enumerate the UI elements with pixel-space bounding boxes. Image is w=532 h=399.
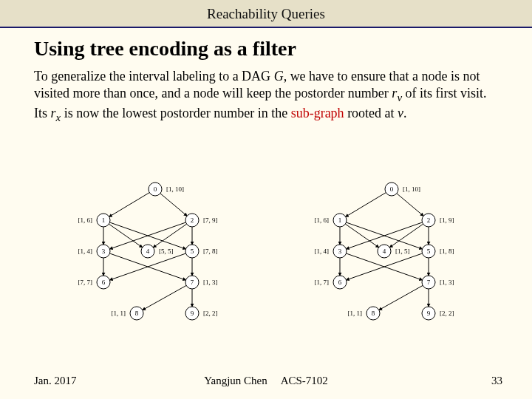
graph-node-interval: [1, 7] (315, 279, 330, 286)
graph-edge (109, 193, 150, 217)
body-text: rooted at (344, 106, 398, 120)
slide-title: Using tree encoding as a filter (34, 37, 532, 61)
graph-node-interval: [7, 8] (203, 248, 218, 255)
graph-node-id: 3 (102, 248, 106, 255)
graph-node-interval: [7, 7] (78, 279, 93, 286)
body-var: r (51, 106, 56, 120)
graph-edge (160, 194, 187, 216)
graph-edge (379, 285, 423, 310)
graph-node-id: 1 (338, 216, 342, 224)
diagram-area: 0[1, 10]1[1, 6]2[7, 9]3[1, 4]4[5, 5]5[7,… (0, 176, 532, 346)
graph-node-id: 2 (427, 216, 431, 224)
dag-right: 0[1, 10]1[1, 6]2[1, 9]3[1, 4]4[1, 5]5[1,… (273, 176, 495, 331)
graph-node-interval: [1, 1] (348, 310, 363, 317)
graph-node-interval: [1, 10] (166, 185, 184, 193)
graph-node-id: 2 (191, 216, 194, 224)
graph-node-id: 9 (191, 310, 194, 317)
graph-node-interval: [1, 3] (203, 279, 218, 286)
graph-node-id: 1 (102, 216, 106, 224)
graph-node-id: 0 (390, 185, 394, 193)
slide-header: Reachability Queries (0, 0, 532, 28)
graph-node-interval: [1, 3] (440, 279, 454, 286)
footer-course: ACS-7102 (281, 375, 328, 386)
header-title: Reachability Queries (207, 6, 325, 21)
graph-edge (345, 224, 378, 248)
graph-node-interval: [2, 2] (440, 310, 454, 317)
graph-node-id: 5 (191, 248, 194, 255)
graph-node-interval: [1, 6] (78, 216, 93, 224)
body-text: . (403, 106, 407, 120)
graph-node-interval: [2, 2] (203, 310, 218, 317)
slide-footer: Jan. 2017 Yangjun Chen ACS-7102 33 (0, 375, 532, 387)
graph-node-id: 7 (427, 279, 431, 286)
graph-node-id: 8 (135, 310, 139, 317)
graph-node-id: 7 (191, 279, 194, 286)
graph-node-id: 6 (102, 279, 106, 286)
graph-node-interval: [1, 5] (395, 248, 410, 255)
graph-node-interval: [1, 4] (78, 248, 93, 255)
graph-node-interval: [1, 6] (315, 216, 330, 224)
dag-left: 0[1, 10]1[1, 6]2[7, 9]3[1, 4]4[5, 5]5[7,… (37, 176, 259, 331)
body-text: is now the lowest postorder number in th… (61, 106, 290, 120)
graph-node-interval: [7, 9] (203, 216, 218, 224)
graph-node-id: 4 (146, 248, 150, 255)
footer-author: Yangjun Chen (204, 375, 267, 386)
graph-node-id: 4 (383, 248, 386, 255)
graph-node-interval: [1, 10] (403, 185, 420, 193)
graph-node-id: 3 (338, 248, 342, 255)
graph-edge (109, 224, 142, 248)
body-highlight: sub-graph (291, 106, 344, 120)
graph-node-id: 5 (427, 248, 431, 255)
body-var: v (398, 106, 403, 120)
graph-node-id: 9 (427, 310, 431, 317)
graph-edge (346, 193, 386, 217)
graph-node-interval: [5, 5] (159, 248, 174, 255)
footer-center: Yangjun Chen ACS-7102 (0, 375, 532, 387)
slide-body: To generalize the interval labeling to a… (34, 68, 498, 126)
graph-node-id: 8 (372, 310, 375, 317)
graph-node-interval: [1, 9] (440, 216, 454, 224)
body-var: G (274, 69, 284, 83)
graph-node-interval: [1, 8] (440, 248, 454, 255)
graph-edge (389, 224, 423, 248)
graph-edge (153, 224, 186, 248)
graph-edge (397, 194, 423, 216)
body-text: To generalize the interval labeling to a… (34, 69, 274, 83)
graph-node-id: 0 (154, 185, 157, 193)
graph-node-interval: [1, 4] (315, 248, 330, 255)
graph-node-interval: [1, 1] (112, 310, 126, 317)
graph-node-id: 6 (338, 279, 342, 286)
graph-edge (143, 285, 186, 310)
